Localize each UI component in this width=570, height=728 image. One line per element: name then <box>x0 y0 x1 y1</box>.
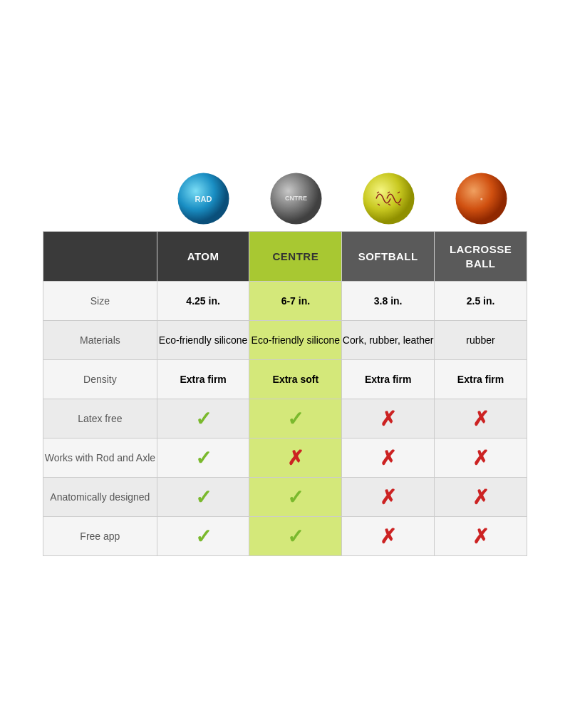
check-icon: ✓ <box>287 408 304 430</box>
cell-softball: Extra firm <box>342 360 435 399</box>
cross-icon: ✗ <box>287 447 304 469</box>
cell-softball: ✗ <box>342 399 435 439</box>
check-icon: ✓ <box>287 486 304 508</box>
svg-text:CNTRE: CNTRE <box>285 195 307 202</box>
cell-atom: ✓ <box>157 439 249 478</box>
lacrosse-line1: LACROSSE <box>450 243 512 255</box>
cross-icon: ✗ <box>380 486 396 508</box>
table-row: Size4.25 in.6-7 in.3.8 in.2.5 in. <box>43 282 527 321</box>
atom-ball-icon: RAD <box>177 172 230 225</box>
th-atom: ATOM <box>157 232 249 282</box>
cell-atom: 4.25 in. <box>157 282 249 321</box>
row-label: Latex free <box>43 399 157 439</box>
check-icon: ✓ <box>195 408 212 430</box>
row-label: Anatomically designed <box>43 478 157 517</box>
cell-lacrosse: ✗ <box>435 517 527 556</box>
cell-softball: ✗ <box>342 478 435 517</box>
cell-centre: 6-7 in. <box>249 282 342 321</box>
cell-lacrosse: ✗ <box>435 478 527 517</box>
cell-lacrosse: Extra firm <box>435 360 527 399</box>
lacrosse-line2: BALL <box>466 257 496 270</box>
cell-centre: Eco-friendly silicone <box>249 321 342 360</box>
check-icon: ✓ <box>195 526 212 548</box>
softball-ball-icon <box>362 172 415 225</box>
table-row: Latex free✓✓✗✗ <box>43 399 527 439</box>
cell-lacrosse: 2.5 in. <box>435 282 527 321</box>
table-row: MaterialsEco-friendly siliconeEco-friend… <box>43 321 527 360</box>
cross-icon: ✗ <box>380 526 396 548</box>
cross-icon: ✗ <box>472 408 489 430</box>
cross-icon: ✗ <box>380 447 396 469</box>
cell-centre: ✓ <box>249 399 342 439</box>
table-row: Free app✓✓✗✗ <box>43 517 527 556</box>
row-label: Free app <box>43 517 157 556</box>
cell-centre: Extra soft <box>249 360 342 399</box>
th-lacrosse: LACROSSE BALL <box>435 232 527 282</box>
cell-centre: ✓ <box>249 517 342 556</box>
cross-icon: ✗ <box>472 447 489 469</box>
row-label: Works with Rod and Axle <box>43 439 157 478</box>
cell-softball: 3.8 in. <box>342 282 435 321</box>
check-icon: ✓ <box>195 447 212 469</box>
centre-ball-icon: CNTRE <box>269 172 323 225</box>
cell-softball: ✗ <box>342 517 435 556</box>
table-row: Works with Rod and Axle✓✗✗✗ <box>43 439 527 478</box>
cell-lacrosse: ✗ <box>435 439 527 478</box>
svg-point-4 <box>363 173 414 225</box>
cell-atom: ✓ <box>157 478 249 517</box>
th-softball: SOFTBALL <box>342 232 435 282</box>
table-row: DensityExtra firmExtra softExtra firmExt… <box>43 360 527 399</box>
softball-ball-cell <box>342 172 435 225</box>
lacrosse-ball-cell: ● <box>435 172 527 225</box>
cell-centre: ✗ <box>249 439 342 478</box>
cell-lacrosse: ✗ <box>435 399 527 439</box>
centre-header-label: CENTRE <box>273 250 319 262</box>
cross-icon: ✗ <box>472 526 489 548</box>
comparison-table: ATOM CENTRE SOFTBALL LACROSSE BALL Size4… <box>43 231 527 556</box>
cell-lacrosse: rubber <box>435 321 527 360</box>
cell-softball: ✗ <box>342 439 435 478</box>
table-row: Anatomically designed✓✓✗✗ <box>43 478 527 517</box>
balls-row: RAD CNTRE <box>43 172 527 225</box>
row-label: Materials <box>43 321 157 360</box>
lacrosse-ball-icon: ● <box>455 172 508 225</box>
check-icon: ✓ <box>195 486 212 508</box>
cell-centre: ✓ <box>249 478 342 517</box>
svg-text:RAD: RAD <box>195 195 212 203</box>
cell-atom: ✓ <box>157 399 249 439</box>
cell-atom: Extra firm <box>157 360 249 399</box>
cross-icon: ✗ <box>380 408 396 430</box>
header-row: ATOM CENTRE SOFTBALL LACROSSE BALL <box>43 232 527 282</box>
atom-ball-cell: RAD <box>157 172 249 225</box>
lacrosse-header-label: LACROSSE BALL <box>450 243 512 270</box>
row-label: Density <box>43 360 157 399</box>
row-label: Size <box>43 282 157 321</box>
centre-ball-cell: CNTRE <box>249 172 342 225</box>
th-centre: CENTRE <box>249 232 342 282</box>
atom-header-label: ATOM <box>187 250 219 262</box>
th-label <box>43 232 157 282</box>
cell-atom: ✓ <box>157 517 249 556</box>
cell-softball: Cork, rubber, leather <box>342 321 435 360</box>
svg-text:●: ● <box>480 196 482 201</box>
main-container: RAD CNTRE <box>43 143 527 585</box>
cross-icon: ✗ <box>472 486 489 508</box>
cell-atom: Eco-friendly silicone <box>157 321 249 360</box>
softball-header-label: SOFTBALL <box>358 250 418 262</box>
check-icon: ✓ <box>287 526 304 548</box>
